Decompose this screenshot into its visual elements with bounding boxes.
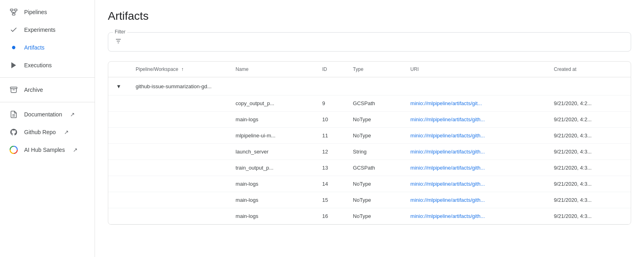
row-indent xyxy=(108,144,129,160)
sidebar-item-label: Executions xyxy=(24,62,52,68)
sidebar-item-label: AI Hub Samples xyxy=(24,147,65,153)
row-pipeline xyxy=(129,160,229,176)
sidebar-item-experiments[interactable]: Experiments xyxy=(0,21,95,39)
row-created: 9/21/2020, 4:3... xyxy=(547,176,631,192)
sidebar-divider-1 xyxy=(0,77,95,78)
page-title: Artifacts xyxy=(108,10,631,23)
sidebar-item-executions[interactable]: Executions xyxy=(0,56,95,74)
archive-icon xyxy=(10,86,18,94)
row-id: 12 xyxy=(316,144,347,160)
row-uri[interactable]: minio://mlpipeline/artifacts/gith... xyxy=(404,208,547,224)
row-pipeline xyxy=(129,192,229,208)
artifacts-table-wrapper: Pipeline/Workspace ↑ Name ID Type URI Cr… xyxy=(108,61,631,225)
th-uri: URI xyxy=(404,62,547,77)
th-created: Created at xyxy=(547,62,631,77)
sidebar-item-ai-hub-samples[interactable]: AI Hub Samples ↗ xyxy=(0,141,95,159)
uri-link[interactable]: minio://mlpipeline/artifacts/gith... xyxy=(411,165,485,171)
group-chevron-icon[interactable]: ▼ xyxy=(115,82,123,90)
row-id: 9 xyxy=(316,95,347,112)
row-uri[interactable]: minio://mlpipeline/artifacts/gith... xyxy=(404,192,547,208)
row-type: NoType xyxy=(347,112,404,128)
row-name: main-logs xyxy=(229,192,316,208)
play-icon xyxy=(10,61,18,69)
row-pipeline xyxy=(129,176,229,192)
table-row: copy_output_p... 9 GCSPath minio://mlpip… xyxy=(108,95,631,112)
sidebar-item-label: Pipelines xyxy=(24,9,47,15)
row-type: String xyxy=(347,144,404,160)
row-type: NoType xyxy=(347,176,404,192)
table-row: main-logs 10 NoType minio://mlpipeline/a… xyxy=(108,112,631,128)
th-pipeline-label: Pipeline/Workspace xyxy=(136,66,178,72)
row-name: main-logs xyxy=(229,112,316,128)
row-indent xyxy=(108,160,129,176)
th-name: Name xyxy=(229,62,316,77)
uri-link[interactable]: minio://mlpipeline/artifacts/gith... xyxy=(411,116,485,122)
check-icon xyxy=(10,26,18,34)
external-link-icon: ↗ xyxy=(70,111,75,118)
svg-rect-1 xyxy=(14,9,17,11)
pipeline-icon xyxy=(10,8,18,16)
row-uri[interactable]: minio://mlpipeline/artifacts/gith... xyxy=(404,144,547,160)
table-row: main-logs 16 NoType minio://mlpipeline/a… xyxy=(108,208,631,224)
th-expand xyxy=(108,62,129,77)
row-pipeline xyxy=(129,95,229,112)
external-link-icon: ↗ xyxy=(64,129,69,135)
uri-link[interactable]: minio://mlpipeline/artifacts/gith... xyxy=(411,181,485,187)
row-type: NoType xyxy=(347,192,404,208)
row-id: 14 xyxy=(316,176,347,192)
row-uri[interactable]: minio://mlpipeline/artifacts/gith... xyxy=(404,128,547,144)
filter-box[interactable]: Filter xyxy=(108,32,631,52)
group-pipeline-name: github-issue-summarization-gd... xyxy=(129,77,631,95)
row-name: launch_server xyxy=(229,144,316,160)
row-type: GCSPath xyxy=(347,160,404,176)
main-content: Artifacts Filter Pipeline/Workspace ↑ Na xyxy=(95,0,644,257)
uri-link[interactable]: minio://mlpipeline/artifacts/gith... xyxy=(411,197,485,203)
row-name: main-logs xyxy=(229,176,316,192)
table-row: main-logs 14 NoType minio://mlpipeline/a… xyxy=(108,176,631,192)
row-created: 9/21/2020, 4:3... xyxy=(547,192,631,208)
row-created: 9/21/2020, 4:2... xyxy=(547,112,631,128)
row-pipeline xyxy=(129,112,229,128)
row-uri[interactable]: minio://mlpipeline/artifacts/git... xyxy=(404,95,547,112)
table-body: ▼ github-issue-summarization-gd... copy_… xyxy=(108,77,631,224)
sidebar-item-documentation[interactable]: Documentation ↗ xyxy=(0,106,95,123)
row-id: 15 xyxy=(316,192,347,208)
table-group-row[interactable]: ▼ github-issue-summarization-gd... xyxy=(108,77,631,95)
row-id: 16 xyxy=(316,208,347,224)
row-pipeline xyxy=(129,144,229,160)
sidebar-item-archive[interactable]: Archive xyxy=(0,81,95,99)
row-name: copy_output_p... xyxy=(229,95,316,112)
row-type: NoType xyxy=(347,208,404,224)
svg-marker-8 xyxy=(11,62,16,68)
uri-link[interactable]: minio://mlpipeline/artifacts/gith... xyxy=(411,213,485,219)
group-expand-cell[interactable]: ▼ xyxy=(108,77,129,95)
th-pipeline[interactable]: Pipeline/Workspace ↑ xyxy=(129,62,229,77)
row-name: main-logs xyxy=(229,208,316,224)
sidebar-item-artifacts[interactable]: Artifacts xyxy=(0,39,95,56)
artifacts-icon xyxy=(10,44,18,52)
th-id: ID xyxy=(316,62,347,77)
svg-rect-9 xyxy=(10,87,17,88)
row-pipeline xyxy=(129,128,229,144)
uri-link[interactable]: minio://mlpipeline/artifacts/git... xyxy=(411,100,482,106)
row-name: mlpipeline-ui-m... xyxy=(229,128,316,144)
artifacts-table: Pipeline/Workspace ↑ Name ID Type URI Cr… xyxy=(108,62,631,224)
row-pipeline xyxy=(129,208,229,224)
row-indent xyxy=(108,176,129,192)
table-header: Pipeline/Workspace ↑ Name ID Type URI Cr… xyxy=(108,62,631,77)
sort-asc-icon: ↑ xyxy=(181,66,184,72)
uri-link[interactable]: minio://mlpipeline/artifacts/gith... xyxy=(411,149,485,155)
row-uri[interactable]: minio://mlpipeline/artifacts/gith... xyxy=(404,176,547,192)
row-uri[interactable]: minio://mlpipeline/artifacts/gith... xyxy=(404,112,547,128)
row-uri[interactable]: minio://mlpipeline/artifacts/gith... xyxy=(404,160,547,176)
row-indent xyxy=(108,192,129,208)
sidebar-item-label: Experiments xyxy=(24,27,56,33)
external-link-icon: ↗ xyxy=(73,147,78,153)
row-indent xyxy=(108,95,129,112)
sidebar-item-pipelines[interactable]: Pipelines xyxy=(0,3,95,21)
sidebar-item-github-repo[interactable]: Github Repo ↗ xyxy=(0,123,95,141)
row-name: train_output_p... xyxy=(229,160,316,176)
row-created: 9/21/2020, 4:2... xyxy=(547,95,631,112)
uri-link[interactable]: minio://mlpipeline/artifacts/gith... xyxy=(411,133,485,139)
row-created: 9/21/2020, 4:3... xyxy=(547,208,631,224)
